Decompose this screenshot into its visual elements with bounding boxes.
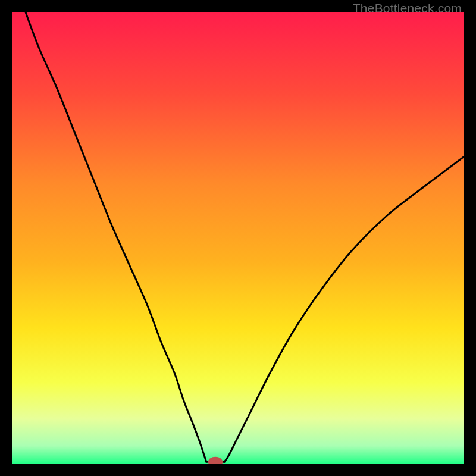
- watermark-text: TheBottleneck.com: [353, 1, 462, 15]
- chart-svg: [12, 12, 464, 464]
- chart-frame: TheBottleneck.com: [0, 0, 476, 476]
- plot-area: [12, 12, 464, 464]
- gradient-background: [12, 12, 464, 464]
